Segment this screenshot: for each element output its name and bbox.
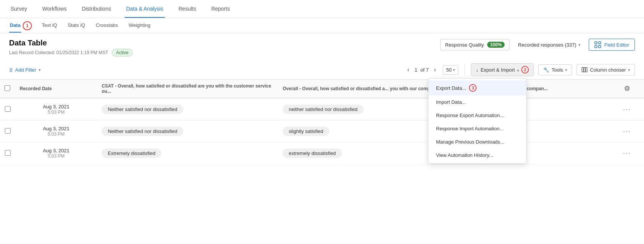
subnav-item-statsiq[interactable]: Stats iQ	[67, 19, 86, 33]
csat-column-header: CSAT - Overall, how satisfied or dissati…	[97, 80, 278, 98]
next-page-button[interactable]: ›	[431, 66, 438, 74]
export-import-chevron-icon: ▴	[517, 68, 519, 72]
svg-rect-0	[595, 42, 597, 44]
dropdown-badge-3: 3	[469, 84, 477, 92]
nav-item-survey[interactable]: Survey	[9, 0, 29, 18]
recorded-responses-button[interactable]: Recorded responses (337) ▾	[514, 40, 584, 50]
header-right: Response Quality 100% Recorded responses…	[440, 39, 635, 51]
response-import-automation-label: Response Import Automation...	[436, 126, 503, 131]
toolbar-right: ‹ 1 of 7 › 50 ▾ ↓ Export & Import ▴ 2 🔧 …	[405, 63, 635, 76]
table-row: Aug 3, 2021 5:03 PM Neither satisfied no…	[0, 98, 644, 120]
header-left: Data Table Last Record Collected: 01/25/…	[9, 39, 133, 56]
add-filter-label: Add Filter	[15, 67, 36, 73]
select-all-checkbox[interactable]	[5, 85, 10, 91]
view-automation-history-label: View Automation History...	[436, 152, 493, 158]
per-page-selector[interactable]: 50 ▾	[443, 65, 458, 75]
response-import-automation-item[interactable]: Response Import Automation...	[428, 122, 526, 135]
row2-actions[interactable]: ···	[610, 120, 644, 142]
recorded-date-header: Recorded Date	[15, 80, 97, 98]
add-filter-button[interactable]: ⧖ Add Filter ▾	[9, 67, 41, 73]
separator	[464, 65, 465, 74]
page-title: Data Table	[9, 39, 133, 47]
per-page-value: 50	[446, 67, 452, 73]
manage-previous-downloads-label: Manage Previous Downloads...	[436, 139, 504, 145]
column-chooser-label: Column chooser	[590, 67, 626, 73]
export-import-dropdown: Export Data... 3 Import Data... Response…	[428, 78, 527, 164]
response-quality-button[interactable]: Response Quality 100%	[440, 39, 510, 50]
svg-rect-3	[599, 45, 601, 48]
nav-item-workflows[interactable]: Workflows	[41, 0, 68, 18]
table-row: Aug 3, 2021 5:03 PM Neither satisfied no…	[0, 120, 644, 142]
tools-label: Tools	[552, 67, 563, 73]
response-export-automation-label: Response Export Automation...	[436, 113, 504, 118]
response-quality-label: Response Quality	[445, 42, 484, 48]
row1-csat-pill: Neither satisfied nor dissatisfied	[102, 105, 183, 114]
row3-checkbox[interactable]	[5, 150, 11, 156]
row3-date: Aug 3, 2021 5:03 PM	[15, 142, 97, 164]
subnav-item-weighting[interactable]: Weighting	[128, 19, 151, 33]
recorded-responses-label: Recorded responses (337)	[518, 42, 576, 48]
export-import-button[interactable]: ↓ Export & Import ▴ 2	[471, 63, 534, 76]
column-chooser-button[interactable]: Column chooser ▾	[577, 64, 635, 75]
nav-item-results[interactable]: Results	[177, 0, 198, 18]
svg-rect-5	[584, 67, 585, 72]
select-all-header[interactable]	[0, 80, 15, 98]
sub-nav: Data 1 Text iQ Stats iQ Crosstabs Weight…	[0, 18, 644, 33]
response-export-automation-item[interactable]: Response Export Automation...	[428, 109, 526, 122]
filter-chevron-icon: ▾	[39, 68, 41, 72]
pagination: ‹ 1 of 7 ›	[405, 66, 438, 74]
subnav-item-textiq[interactable]: Text iQ	[41, 19, 58, 33]
table-row: Aug 3, 2021 5:03 PM Extremely dissatisfi…	[0, 142, 644, 164]
page-of-label: of 7	[420, 67, 429, 73]
table-header-row: Recorded Date CSAT - Overall, how satisf…	[0, 80, 644, 98]
data-table-wrapper: Recorded Date CSAT - Overall, how satisf…	[0, 80, 644, 164]
view-automation-history-item[interactable]: View Automation History...	[428, 149, 526, 162]
svg-rect-1	[599, 42, 601, 44]
subnav-item-data[interactable]: Data	[9, 19, 21, 33]
export-import-label: Export & Import	[481, 67, 515, 73]
wrench-icon: 🔧	[543, 67, 549, 73]
svg-rect-4	[582, 67, 583, 72]
response-quality-badge: 100%	[487, 42, 505, 48]
svg-rect-6	[586, 67, 587, 72]
data-table: Recorded Date CSAT - Overall, how satisf…	[0, 80, 644, 164]
active-status-badge: Active	[112, 49, 133, 56]
last-record-label: Last Record Collected: 01/25/2022 1:19 P…	[9, 50, 108, 55]
row1-overall-pill: neither satisfied nor dissatisfied	[283, 105, 363, 114]
row1-checkbox-cell[interactable]	[0, 98, 15, 120]
toolbar-badge-2: 2	[521, 66, 529, 74]
row2-checkbox-cell[interactable]	[0, 120, 15, 142]
toolbar: ⧖ Add Filter ▾ ‹ 1 of 7 › 50 ▾ ↓ Export …	[0, 60, 644, 80]
row3-actions[interactable]: ···	[610, 142, 644, 164]
subnav-item-crosstabs[interactable]: Crosstabs	[95, 19, 119, 33]
import-data-label: Import Data...	[436, 99, 466, 105]
filter-icon: ⧖	[9, 67, 13, 73]
row3-overall-pill: extremely dissatisfied	[283, 149, 342, 158]
row1-date: Aug 3, 2021 5:03 PM	[15, 98, 97, 120]
row1-checkbox[interactable]	[5, 106, 11, 112]
field-editor-label: Field Editor	[604, 42, 629, 48]
nav-item-data-analysis[interactable]: Data & Analysis	[125, 0, 165, 18]
prev-page-button[interactable]: ‹	[405, 66, 411, 74]
import-data-item[interactable]: Import Data...	[428, 95, 526, 109]
tools-chevron-icon: ▾	[565, 68, 567, 72]
row2-checkbox[interactable]	[5, 128, 11, 134]
chevron-down-icon: ▾	[578, 43, 580, 47]
row1-csat: Neither satisfied nor dissatisfied	[97, 98, 278, 120]
row3-checkbox-cell[interactable]	[0, 142, 15, 164]
manage-previous-downloads-item[interactable]: Manage Previous Downloads...	[428, 135, 526, 149]
export-data-item[interactable]: Export Data... 3	[428, 80, 526, 95]
gear-icon[interactable]: ⚙	[624, 85, 630, 92]
settings-header[interactable]: ⚙	[610, 80, 644, 98]
current-page: 1	[414, 67, 417, 73]
row2-date: Aug 3, 2021 5:03 PM	[15, 120, 97, 142]
row1-actions[interactable]: ···	[610, 98, 644, 120]
header-area: Data Table Last Record Collected: 01/25/…	[0, 33, 644, 60]
column-chooser-chevron-icon: ▾	[628, 68, 630, 72]
tools-button[interactable]: 🔧 Tools ▾	[538, 64, 572, 75]
field-editor-button[interactable]: Field Editor	[589, 39, 635, 51]
row2-overall-pill: slightly satisfied	[283, 127, 329, 136]
nav-item-distributions[interactable]: Distributions	[80, 0, 113, 18]
nav-item-reports[interactable]: Reports	[210, 0, 231, 18]
top-nav: Survey Workflows Distributions Data & An…	[0, 0, 644, 18]
